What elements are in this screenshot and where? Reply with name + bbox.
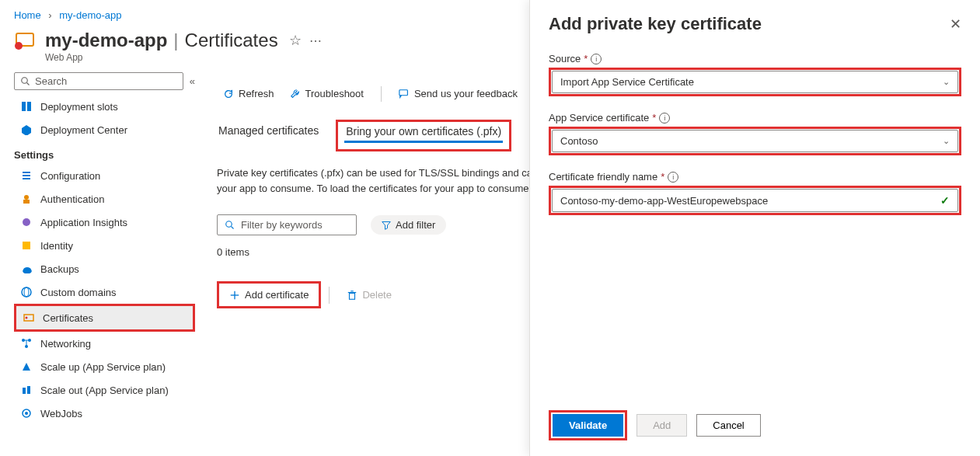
sidebar-item-webjobs[interactable]: WebJobs bbox=[14, 402, 195, 425]
delete-button[interactable]: Delete bbox=[337, 284, 401, 305]
title-separator: | bbox=[173, 30, 178, 51]
chevron-down-icon: ⌄ bbox=[943, 136, 950, 146]
certificates-icon bbox=[23, 312, 35, 324]
svg-point-17 bbox=[26, 317, 28, 319]
sidebar-item-scale-up[interactable]: Scale up (App Service plan) bbox=[14, 355, 195, 378]
close-panel-button[interactable]: ✕ bbox=[950, 16, 961, 33]
scale-up-icon bbox=[20, 360, 33, 373]
sidebar-label: Scale up (App Service plan) bbox=[40, 361, 166, 373]
panel-footer: Validate Add Cancel bbox=[549, 410, 761, 440]
sidebar-item-certificates[interactable]: Certificates bbox=[16, 306, 193, 329]
sidebar-label: Deployment slots bbox=[40, 101, 118, 113]
asc-label: App Service certificate bbox=[549, 112, 649, 124]
svg-line-30 bbox=[232, 226, 234, 228]
delete-label: Delete bbox=[362, 289, 392, 301]
app-name: my-demo-app bbox=[45, 30, 167, 51]
sidebar-item-deployment-center[interactable]: Deployment Center bbox=[14, 118, 195, 141]
source-select[interactable]: Import App Service Certificate ⌄ bbox=[552, 71, 958, 93]
plus-icon bbox=[229, 290, 240, 301]
refresh-icon bbox=[223, 89, 234, 99]
more-icon[interactable]: ⋯ bbox=[309, 33, 322, 48]
panel-title: Add private key certificate bbox=[549, 14, 762, 34]
sidebar-item-configuration[interactable]: Configuration bbox=[14, 164, 195, 187]
sidebar-label: Custom domains bbox=[40, 287, 117, 298]
svg-rect-13 bbox=[23, 242, 30, 249]
insights-icon bbox=[20, 216, 33, 228]
search-icon bbox=[225, 221, 235, 230]
filter-placeholder: Filter by keywords bbox=[241, 219, 323, 231]
tab-bring-your-own[interactable]: Bring your own certificates (.pfx) bbox=[344, 125, 503, 143]
feedback-button[interactable]: Send us your feedback bbox=[392, 83, 524, 104]
sidebar-search[interactable]: Search bbox=[14, 72, 183, 90]
sidebar-item-networking[interactable]: Networking bbox=[14, 332, 195, 355]
svg-rect-11 bbox=[23, 200, 30, 204]
sidebar-item-deployment-slots[interactable]: Deployment slots bbox=[14, 95, 195, 118]
sidebar-label: Backups bbox=[40, 263, 79, 275]
add-filter-label: Add filter bbox=[396, 219, 435, 231]
friendly-name-input[interactable]: Contoso-my-demo-app-WestEuropewebspace ✓ bbox=[552, 189, 958, 212]
svg-rect-24 bbox=[23, 388, 26, 394]
friendly-value: Contoso-my-demo-app-WestEuropewebspace bbox=[560, 195, 768, 207]
breadcrumb-home[interactable]: Home bbox=[14, 9, 41, 21]
tab-managed-certificates[interactable]: Managed certificates bbox=[217, 120, 320, 151]
info-icon[interactable]: i bbox=[591, 54, 602, 64]
refresh-label: Refresh bbox=[239, 88, 274, 99]
svg-point-15 bbox=[24, 287, 29, 297]
search-placeholder: Search bbox=[35, 75, 67, 87]
filter-by-keywords-input[interactable]: Filter by keywords bbox=[217, 214, 357, 235]
svg-point-12 bbox=[23, 218, 30, 226]
page-title: Certificates bbox=[185, 30, 278, 51]
cancel-button[interactable]: Cancel bbox=[696, 414, 760, 437]
source-value: Import App Service Certificate bbox=[560, 76, 694, 88]
favorite-star-icon[interactable]: ☆ bbox=[289, 32, 302, 49]
svg-rect-5 bbox=[27, 102, 31, 111]
sidebar-label: WebJobs bbox=[40, 408, 82, 419]
field-source: Source * i Import App Service Certificat… bbox=[549, 53, 961, 96]
networking-icon bbox=[20, 337, 33, 350]
add-certificate-panel: Add private key certificate ✕ Source * i… bbox=[529, 0, 980, 456]
sidebar-item-identity[interactable]: Identity bbox=[14, 234, 195, 257]
asc-value: Contoso bbox=[560, 135, 598, 147]
refresh-button[interactable]: Refresh bbox=[217, 83, 281, 104]
feedback-icon bbox=[399, 89, 410, 99]
svg-rect-25 bbox=[27, 386, 30, 394]
add-certificate-button[interactable]: Add certificate bbox=[219, 284, 319, 306]
svg-rect-33 bbox=[350, 293, 355, 299]
sidebar-item-app-insights[interactable]: Application Insights bbox=[14, 211, 195, 234]
sidebar-label: Deployment Center bbox=[40, 124, 127, 136]
troubleshoot-button[interactable]: Troubleshoot bbox=[284, 83, 370, 104]
svg-point-1 bbox=[15, 42, 23, 50]
sidebar-item-authentication[interactable]: Authentication bbox=[14, 187, 195, 211]
info-icon[interactable]: i bbox=[659, 113, 670, 124]
svg-point-10 bbox=[24, 195, 29, 200]
source-label: Source bbox=[549, 53, 581, 64]
sidebar-label: Authentication bbox=[40, 193, 104, 205]
slots-icon bbox=[20, 100, 33, 113]
validate-button[interactable]: Validate bbox=[553, 414, 623, 437]
scale-out-icon bbox=[20, 384, 33, 396]
required-asterisk: * bbox=[652, 112, 656, 124]
webapp-icon bbox=[14, 29, 37, 52]
svg-marker-23 bbox=[23, 363, 30, 371]
sidebar-item-backups[interactable]: Backups bbox=[14, 257, 195, 280]
sidebar-group-settings: Settings bbox=[14, 141, 195, 164]
domains-icon bbox=[20, 286, 33, 298]
breadcrumb-app[interactable]: my-demo-app bbox=[59, 9, 121, 21]
svg-point-2 bbox=[22, 77, 28, 83]
add-button: Add bbox=[636, 414, 687, 437]
collapse-sidebar-icon[interactable]: « bbox=[190, 75, 195, 87]
deployment-center-icon bbox=[20, 124, 33, 136]
field-app-service-certificate: App Service certificate * i Contoso ⌄ bbox=[549, 112, 961, 155]
svg-point-29 bbox=[226, 221, 232, 227]
troubleshoot-icon bbox=[290, 89, 301, 99]
add-filter-button[interactable]: Add filter bbox=[371, 215, 446, 235]
app-service-certificate-select[interactable]: Contoso ⌄ bbox=[552, 130, 958, 152]
check-icon: ✓ bbox=[940, 194, 950, 207]
authentication-icon bbox=[20, 193, 33, 205]
sidebar-item-custom-domains[interactable]: Custom domains bbox=[14, 280, 195, 304]
add-certificate-label: Add certificate bbox=[245, 289, 309, 301]
chevron-down-icon: ⌄ bbox=[943, 77, 950, 87]
sidebar-item-scale-out[interactable]: Scale out (App Service plan) bbox=[14, 378, 195, 402]
info-icon[interactable]: i bbox=[668, 172, 678, 183]
sidebar-label: Certificates bbox=[43, 312, 93, 324]
